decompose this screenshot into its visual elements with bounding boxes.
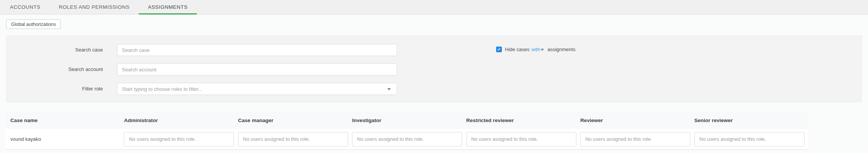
filter-panel: Search case Search account Filter role ✓… xyxy=(6,35,862,102)
restricted-reviewer-assignment-input[interactable] xyxy=(466,132,576,147)
assignments-table: Case name Administrator Case manager Inv… xyxy=(5,112,808,150)
column-header-senior-reviewer: Senior reviewer xyxy=(694,118,808,123)
column-header-case-name: Case name xyxy=(5,118,124,123)
filter-role-label: Filter role xyxy=(6,83,103,95)
hide-cases-mode-value: with xyxy=(531,47,540,52)
tab-accounts[interactable]: ACCOUNTS xyxy=(1,0,50,14)
case-manager-assignment-input[interactable] xyxy=(238,132,348,147)
hide-cases-group: ✓ Hide cases with assignments xyxy=(496,47,577,52)
column-header-restricted-reviewer: Restricted reviewer xyxy=(466,118,580,123)
reviewer-assignment-input[interactable] xyxy=(580,132,690,147)
filter-role-input[interactable] xyxy=(117,83,397,95)
table-row: vound kayako xyxy=(5,129,808,150)
search-case-label: Search case xyxy=(6,44,103,56)
table-header-row: Case name Administrator Case manager Inv… xyxy=(5,112,808,129)
column-header-reviewer: Reviewer xyxy=(580,118,694,123)
tab-assignments[interactable]: ASSIGNMENTS xyxy=(139,0,197,14)
checkmark-icon: ✓ xyxy=(497,47,501,52)
case-name-cell: vound kayako xyxy=(5,136,124,142)
column-header-case-manager: Case manager xyxy=(238,118,352,123)
column-header-administrator: Administrator xyxy=(124,118,238,123)
column-header-investigator: Investigator xyxy=(352,118,466,123)
hide-cases-label: Hide cases xyxy=(505,47,529,52)
senior-reviewer-assignment-input[interactable] xyxy=(694,132,805,147)
hide-cases-suffix: assignments xyxy=(547,47,575,52)
administrator-assignment-input[interactable] xyxy=(124,132,234,147)
global-authorizations-button[interactable]: Global authorizations xyxy=(6,19,61,29)
investigator-assignment-input[interactable] xyxy=(352,132,462,147)
hide-cases-mode-dropdown[interactable]: with xyxy=(531,47,546,52)
tab-roles-and-permissions[interactable]: ROLES AND PERMISSIONS xyxy=(50,0,139,14)
search-account-input[interactable] xyxy=(117,63,397,76)
search-account-label: Search account xyxy=(6,63,103,76)
chevron-down-icon xyxy=(541,49,544,51)
hide-cases-checkbox[interactable]: ✓ xyxy=(496,47,502,52)
search-case-input[interactable] xyxy=(117,44,397,56)
tab-bar: ACCOUNTS ROLES AND PERMISSIONS ASSIGNMEN… xyxy=(0,0,868,14)
